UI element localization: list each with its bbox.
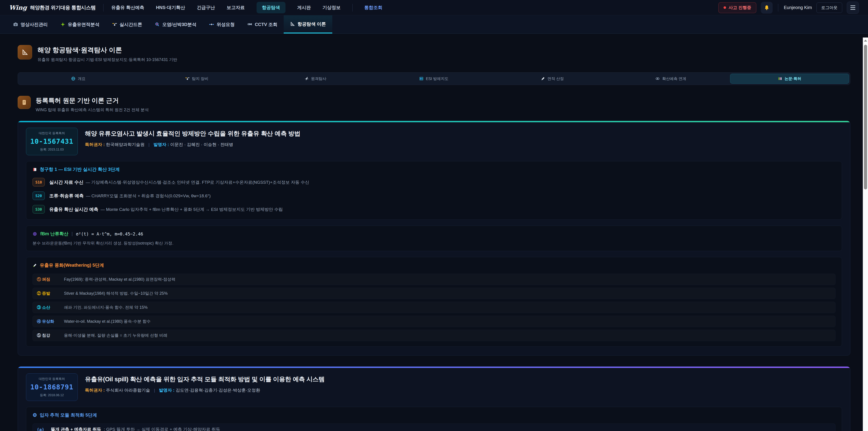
nav-aerial-search-active[interactable]: 항공탐색 [256, 2, 285, 13]
subnav-aerial-search-theory-active[interactable]: 항공탐색 이론 [284, 16, 332, 33]
app-title: 해양환경 위기대응 통합시스템 [30, 4, 96, 11]
patent-card-1868791: 대한민국 등록특허 10-1868791 등록: 2018.06.12 유출유(… [18, 366, 850, 431]
optimization-header: ⚙ 입자 추적 모듈 최적화 5단계 [33, 412, 835, 418]
patent2-number-badge: 대한민국 등록특허 10-1868791 등록: 2018.06.12 [26, 373, 78, 401]
weathering-header: 유출유 풍화(Weathering) 5단계 [33, 262, 835, 268]
link-icon [655, 76, 660, 81]
tab-area-calculation[interactable]: 면적 산정 [493, 74, 612, 84]
patent-card-1567431: 대한민국 등록특허 10-1567431 등록: 2015.11.03 해양 유… [18, 121, 850, 356]
user-name: Eunjeong Kim [784, 5, 812, 10]
weathering-row-emulsification: ④ 유상화 Water-in-oil. Mackay et al.(1980) … [33, 316, 835, 327]
drone-icon [185, 76, 190, 81]
fbm-description: 분수 브라운운동(fBm) 기반 무작위 확산거리 생성. 등방성(isotro… [33, 241, 835, 246]
weathering-row-spreading: ① 퍼짐 Fay(1969): 중력-관성력, Mackay et al.(19… [33, 274, 835, 285]
vertical-scrollbar[interactable] [863, 37, 868, 431]
sub-navigation-bar: 영상사진관리 유출유면적분석 실시간드론 오염/선박3D분석 위성요청 CCTV… [0, 16, 868, 34]
tab-diffusion-link[interactable]: 확산예측 연계 [612, 74, 730, 84]
logout-button[interactable]: 로그아웃 [816, 2, 842, 13]
tab-esi-map[interactable]: ESI 방제지도 [375, 74, 493, 84]
camera-icon [13, 22, 18, 27]
subnav-image-photo-management[interactable]: 영상사진관리 [7, 16, 54, 33]
nav-oil-spill-prediction[interactable]: 유출유 확산예측 [111, 4, 144, 11]
bell-icon [764, 5, 770, 11]
section-header: 등록특허 원문 기반 이론 근거 WING 탑재 유출유 확산예측 시스템의 특… [18, 96, 850, 113]
incident-status-badge[interactable]: 사고 진행중 [718, 2, 756, 13]
divider [778, 4, 778, 11]
red-dot-icon [723, 6, 726, 9]
globe-icon [71, 76, 75, 81]
claim1-header: 청구항 1 — ESI 기반 실시간 확산 3단계 [33, 166, 835, 173]
step-badge: S30 [33, 205, 45, 214]
patent1-meta: 특허권자 : 한국해양과학기술원 | 발명자 : 이문진 · 김혜진 · 이승현… [85, 142, 301, 148]
tab-remote-sensing[interactable]: 원격탐사 [256, 74, 375, 84]
gear-icon: ⚙ [33, 413, 37, 418]
tab-overview[interactable]: 개요 [19, 74, 137, 84]
notification-bell-button[interactable] [761, 2, 773, 13]
pen-icon [33, 263, 37, 268]
subnav-pollution-ship-3d[interactable]: 오염/선박3D분석 [149, 16, 203, 33]
subnav-oil-area-analysis[interactable]: 유출유면적분석 [54, 16, 106, 33]
triangle-ruler-icon [22, 49, 28, 56]
page-title: 해양 항공탐색·원격탐사 이론 [37, 45, 177, 55]
top-navigation-bar: Wing 해양환경 위기대응 통합시스템 유출유 확산예측 HNS·대기확산 긴… [0, 0, 868, 16]
map-icon [419, 76, 424, 81]
hamburger-menu-button[interactable] [847, 2, 859, 14]
nav-board[interactable]: 게시판 [297, 4, 311, 11]
main-content: 해양 항공탐색·원격탐사 이론 유출유 원격탐지·항공감시 기법·ESI 방제정… [0, 34, 868, 431]
tab-detection-equipment[interactable]: 탐지 장비 [137, 74, 256, 84]
opt-step-a: (a) 뜰개 관측 + 예측자료 취득 : GPS 뜰개 투하 → 실제 이동경… [33, 424, 835, 431]
nav-reports[interactable]: 보고자료 [227, 4, 245, 11]
claim1-box: 청구항 1 — ESI 기반 실시간 확산 3단계 S10 실시간 자료 수신—… [26, 161, 842, 220]
step-badge: S10 [33, 178, 45, 186]
patent1-header: 대한민국 등록특허 10-1567431 등록: 2015.11.03 해양 유… [26, 121, 842, 161]
step-badge: S20 [33, 191, 45, 200]
optimization-box: ⚙ 입자 추적 모듈 최적화 5단계 (a) 뜰개 관측 + 예측자료 취득 :… [26, 407, 842, 431]
fbm-formula-line: fBm 난류확산 | σ²(t) = A·t^m, m=0.45~2.46 [33, 231, 835, 237]
patent1-title: 해양 유류오염사고 발생시 효율적인 방제방안 수립을 위한 유출유 확산 예측… [85, 129, 301, 137]
spiral-icon [33, 232, 37, 236]
topbar-right: 사고 진행중 Eunjeong Kim 로그아웃 [718, 2, 859, 14]
nav-integrated-search[interactable]: 통합조회 [364, 4, 382, 11]
claim-step-s30: S30 유출유 확산 실시간 예측— Monte Carlo 입자추적 + fB… [33, 205, 835, 214]
patent2-reg-date: 등록: 2018.06.12 [30, 393, 73, 397]
patent1-reg-date: 등록: 2015.11.03 [30, 148, 73, 152]
page-header: 해양 항공탐색·원격탐사 이론 유출유 원격탐지·항공감시 기법·ESI 방제정… [18, 45, 850, 62]
patent2-number: 10-1868791 [30, 383, 73, 391]
patent2-meta: 특허권자 : 주식회사 아라종합기술 | 발명자 : 김도연·김용혁·김충기·김… [85, 388, 324, 393]
triangle-ruler-icon [290, 22, 295, 26]
weathering-box: 유출유 풍화(Weathering) 5단계 ① 퍼짐 Fay(1969): 중… [26, 257, 842, 347]
book-icon [33, 167, 37, 172]
nav-emergency-rescue[interactable]: 긴급구난 [197, 4, 215, 11]
patent1-number-badge: 대한민국 등록특허 10-1567431 등록: 2015.11.03 [26, 128, 78, 155]
nav-weather-info[interactable]: 기상정보 [322, 4, 341, 11]
scrollbar-up-arrow[interactable] [863, 37, 868, 43]
cctv-icon [247, 22, 252, 27]
patent2-header: 대한민국 등록특허 10-1868791 등록: 2018.06.12 유출유(… [26, 367, 842, 407]
patent1-number: 10-1567431 [30, 137, 73, 145]
claim-step-s10: S10 실시간 자료 수신— 기상예측시스템·위성영상수신시스템·검조소 인터넷… [33, 178, 835, 186]
weathering-row-evaporation: ② 증발 Stiver & Mackay(1984) 해석적 방법. 수일~10… [33, 288, 835, 299]
magnifier-icon [155, 22, 160, 27]
nav-hns-atmospheric[interactable]: HNS·대기확산 [156, 4, 185, 11]
fbm-box: fBm 난류확산 | σ²(t) = A·t^m, m=0.45~2.46 분수… [26, 225, 842, 251]
app-brand[interactable]: Wing 해양환경 위기대응 통합시스템 [9, 4, 96, 11]
section-title: 등록특허 원문 기반 이론 근거 [36, 96, 149, 105]
section-subtitle: WING 탑재 유출유 확산예측 시스템의 특허 원전 2건 전체 분석 [36, 107, 149, 113]
papers-icon [778, 76, 782, 81]
theory-tab-bar: 개요 탐지 장비 원격탐사 ESI 방제지도 면적 산정 [18, 72, 850, 85]
wing-logo: Wing [9, 4, 27, 11]
subnav-realtime-drone[interactable]: 실시간드론 [106, 16, 149, 33]
fbm-title: fBm 난류확산 [40, 231, 68, 237]
weathering-row-dispersion: ③ 소산 쇄파 기인. 파도에너지·풍속 함수. 전체 약 15% [33, 302, 835, 313]
pen-icon [541, 76, 545, 81]
page-icon-box [18, 45, 32, 59]
scrollbar-thumb[interactable] [864, 45, 867, 189]
weathering-row-sedimentation: ⑤ 침강 용해·미생물 분해. 질량 손실률 = 초기 누유량에 선형 비례 [33, 330, 835, 341]
starburst-icon [60, 22, 65, 27]
subnav-satellite-request[interactable]: 위성요청 [203, 16, 241, 33]
subnav-cctv-search[interactable]: CCTV 조회 [241, 16, 284, 33]
drone-icon [112, 22, 117, 27]
satellite-icon [209, 22, 214, 27]
tab-papers-patents-active[interactable]: 논문·특허 [730, 74, 849, 84]
claim-step-s20: S20 조류·취송류 예측— CHARRY모델 조화분석 + 취송류 경험식(0… [33, 191, 835, 200]
